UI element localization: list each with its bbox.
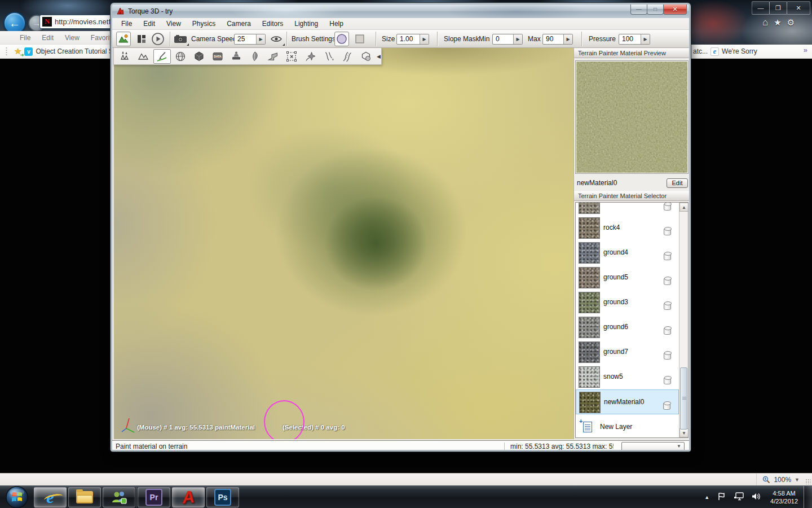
zoom-caret-icon[interactable]: ▼ xyxy=(795,477,800,483)
material-row-ground7[interactable]: ground7 xyxy=(576,340,679,365)
spinner-arrow-icon[interactable]: ▶ xyxy=(641,34,650,44)
material-list-scrollbar[interactable]: ▲ ▼ xyxy=(679,203,688,437)
road-path-editor-tool[interactable] xyxy=(338,49,356,64)
tray-clock[interactable]: 4:58 AM 4/23/2012 xyxy=(770,489,798,505)
ie-menu-edit[interactable]: Edit xyxy=(37,34,59,42)
favorite-label[interactable]: atc... xyxy=(693,47,708,55)
particle-editor-tool[interactable] xyxy=(302,49,319,64)
scroll-down-arrow-icon[interactable]: ▼ xyxy=(679,428,689,437)
mesh-road-editor-tool[interactable] xyxy=(264,49,282,64)
size-value[interactable]: 1.00 xyxy=(397,34,420,44)
ie-restore-button[interactable]: ❐ xyxy=(769,1,787,15)
camera-speed-value[interactable]: 25 xyxy=(235,34,256,44)
delete-material-icon[interactable] xyxy=(664,228,671,235)
material-row-ground4[interactable]: ground4 xyxy=(576,240,679,265)
start-button[interactable] xyxy=(5,485,29,508)
favorites-bar-item[interactable]: ★ v Object Creation Tutorial S xyxy=(14,46,113,56)
menu-editors[interactable]: Editors xyxy=(257,20,289,28)
delete-material-icon[interactable] xyxy=(664,303,671,310)
delete-material-icon[interactable] xyxy=(664,327,671,335)
palette-collapse-arrow-icon[interactable]: ◀ xyxy=(377,54,381,59)
minimize-button[interactable]: — xyxy=(630,5,647,15)
menu-view[interactable]: View xyxy=(161,20,187,28)
taskbar-messenger[interactable] xyxy=(103,487,135,507)
material-editor-tool[interactable] xyxy=(172,49,189,64)
size-input[interactable]: 1.00 ▶ xyxy=(396,34,429,45)
ie-home-icon[interactable]: ⌂ xyxy=(762,17,768,28)
material-row-ground3[interactable]: ground3 xyxy=(576,290,679,315)
menu-edit[interactable]: Edit xyxy=(138,20,161,28)
material-row-newmaterial0-selected[interactable]: newMaterial0 xyxy=(576,389,679,414)
slope-max-input[interactable]: 90 ▶ xyxy=(542,34,573,45)
taskbar-internet-explorer[interactable]: e xyxy=(34,487,67,507)
menu-lighting[interactable]: Lighting xyxy=(289,20,324,28)
action-center-flag-icon[interactable] xyxy=(717,492,726,503)
spinner-arrow-icon[interactable]: ▶ xyxy=(420,34,429,44)
brush-box-button[interactable] xyxy=(352,32,367,46)
brush-ellipse-button[interactable] xyxy=(334,32,349,46)
hidden-icons-chevron[interactable]: ▲ xyxy=(704,494,709,500)
delete-material-icon[interactable] xyxy=(664,203,671,211)
material-row-snow5[interactable]: snow5 xyxy=(576,365,679,389)
favorite-label[interactable]: We're Sorry xyxy=(722,47,757,55)
delete-material-icon[interactable] xyxy=(664,377,671,384)
camera-menu-button[interactable] xyxy=(173,32,188,46)
material-row-ground5[interactable]: ground5 xyxy=(576,265,679,290)
favorites-bar-item-truncated[interactable]: atc... e We're Sorry xyxy=(693,47,757,56)
taskbar-photoshop[interactable]: Ps xyxy=(206,487,239,507)
ie-menu-view[interactable]: View xyxy=(60,34,85,42)
menu-help[interactable]: Help xyxy=(324,20,349,28)
object-editor-tool[interactable] xyxy=(116,49,134,64)
taskbar-torque3d-active[interactable]: A xyxy=(172,487,205,507)
decal-editor-tool[interactable] xyxy=(227,49,245,64)
new-layer-button[interactable]: New Layer xyxy=(576,414,679,438)
network-icon[interactable] xyxy=(734,492,744,503)
taskbar-windows-explorer[interactable] xyxy=(68,487,101,507)
sketch-tool[interactable] xyxy=(190,49,208,64)
play-button[interactable] xyxy=(151,32,165,46)
ie-menu-file[interactable]: File xyxy=(15,34,36,42)
slope-max-value[interactable]: 90 xyxy=(543,34,563,44)
favorite-label[interactable]: Object Creation Tutorial S xyxy=(36,47,113,55)
menu-camera[interactable]: Camera xyxy=(221,20,257,28)
ie-minimize-button[interactable]: — xyxy=(752,1,770,15)
material-row-ground6[interactable]: ground6 xyxy=(576,315,679,340)
visibility-menu-button[interactable] xyxy=(269,32,284,46)
favorites-overflow-chevron[interactable]: » xyxy=(804,46,807,54)
river-editor-tool[interactable] xyxy=(320,49,337,64)
taskbar-premiere[interactable]: Pr xyxy=(138,487,170,507)
ie-address-bar[interactable]: N http://movies.netf xyxy=(39,15,111,29)
ie-favorites-star-icon[interactable]: ★ xyxy=(774,17,781,28)
pressure-value[interactable]: 100 xyxy=(619,34,641,44)
status-dropdown[interactable]: ▼ xyxy=(621,442,685,451)
scrollbar-thumb[interactable] xyxy=(680,367,687,430)
shape-editor-tool[interactable] xyxy=(357,49,374,64)
menu-file[interactable]: File xyxy=(116,20,138,28)
menu-physics[interactable]: Physics xyxy=(187,20,221,28)
spinner-arrow-icon[interactable]: ▶ xyxy=(563,34,572,44)
maximize-button[interactable]: □ xyxy=(647,5,664,15)
terrain-painter-tool[interactable] xyxy=(153,49,171,64)
pressure-input[interactable]: 100 ▶ xyxy=(619,34,650,45)
torque-titlebar[interactable]: Torque 3D - try — □ ✕ xyxy=(112,5,689,18)
material-row-rock4[interactable]: rock4 xyxy=(576,216,679,240)
ie-close-button[interactable]: ✕ xyxy=(787,1,810,15)
resize-grip[interactable] xyxy=(805,479,811,484)
datablock-editor-tool[interactable]: DATA xyxy=(209,49,226,64)
terrain-editor-tool[interactable] xyxy=(135,49,152,64)
spinner-arrow-icon[interactable]: ▶ xyxy=(513,34,522,44)
slope-min-input[interactable]: 0 ▶ xyxy=(492,34,523,45)
show-desktop-button[interactable] xyxy=(804,486,812,508)
slope-min-value[interactable]: 0 xyxy=(493,34,513,44)
close-button[interactable]: ✕ xyxy=(663,5,687,15)
scroll-up-arrow-icon[interactable]: ▲ xyxy=(679,203,689,212)
edit-material-button[interactable]: Edit xyxy=(667,178,688,188)
delete-material-icon[interactable] xyxy=(664,278,671,285)
delete-material-icon[interactable] xyxy=(664,352,671,360)
delete-material-icon[interactable] xyxy=(663,402,670,410)
3d-viewport[interactable]: (Mouse) # 1 avg: 55.5313 paintMaterial (… xyxy=(114,48,573,439)
material-row-partial[interactable] xyxy=(576,202,679,216)
ie-tools-gear-icon[interactable]: ⚙ xyxy=(787,17,795,28)
delete-material-icon[interactable] xyxy=(664,253,671,260)
world-editor-button[interactable] xyxy=(116,32,131,46)
